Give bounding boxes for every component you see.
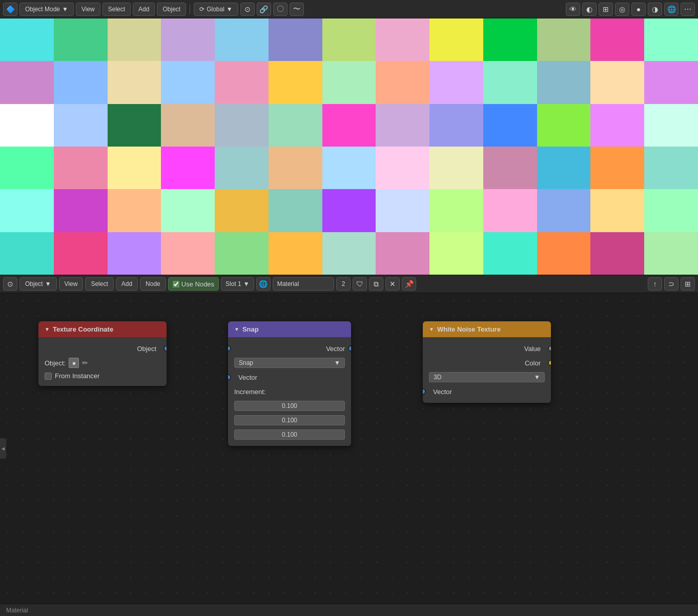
color-cell — [269, 232, 322, 275]
node-header-texture-coord[interactable]: ▼ Texture Coordinate — [38, 321, 167, 337]
sidebar-handle[interactable]: ◀ — [0, 438, 6, 459]
color-cell — [269, 189, 322, 232]
node-title-texture-coord: Texture Coordinate — [53, 325, 113, 333]
node-body-snap: Vector Snap ▼ Vector Increment: — [228, 337, 351, 446]
color-cell — [108, 61, 161, 104]
render-preview-btn[interactable]: 🌐 — [664, 3, 679, 16]
color-cell — [376, 232, 429, 275]
collapse-arrow-snap[interactable]: ▼ — [234, 326, 239, 332]
use-nodes-checkbox[interactable] — [173, 281, 179, 288]
delete-material-btn[interactable]: ✕ — [385, 277, 400, 291]
node-view-menu[interactable]: View — [59, 277, 84, 291]
blender-icon[interactable]: 🔷 — [3, 3, 17, 16]
color-cell — [429, 61, 483, 104]
dimension-dropdown[interactable]: 3D ▼ — [429, 372, 545, 382]
color-cell — [376, 147, 429, 189]
pivot-btn[interactable]: ⊙ — [240, 3, 255, 16]
node-add-menu[interactable]: Add — [116, 277, 138, 291]
value-output-socket[interactable] — [548, 345, 551, 352]
vector-wn-socket[interactable] — [423, 388, 426, 395]
viewport-shading-btn[interactable]: ◐ — [582, 3, 597, 16]
vector-out-label: Vector — [238, 374, 257, 381]
snap-btn[interactable]: 🔗 — [257, 3, 271, 16]
view-menu[interactable]: View — [76, 3, 100, 16]
color-cell — [644, 18, 698, 61]
material-sphere-icon[interactable]: 🌐 — [256, 277, 271, 291]
node-editor-icon[interactable]: ⊙ — [3, 277, 17, 291]
object-icon[interactable]: ■ — [69, 358, 79, 368]
copy-material-btn[interactable]: ⧉ — [369, 277, 383, 291]
shield-icon[interactable]: 🛡 — [353, 277, 367, 291]
color-cell — [429, 232, 483, 275]
eyedropper-icon[interactable]: ✏ — [82, 359, 88, 367]
color-cell — [590, 189, 644, 232]
color-cell — [161, 18, 215, 61]
from-instancer-checkbox[interactable] — [45, 373, 52, 380]
solid-btn[interactable]: ● — [631, 3, 646, 16]
color-cell — [322, 61, 376, 104]
node-select-menu[interactable]: Select — [85, 277, 113, 291]
color-cell — [0, 232, 54, 275]
vector-output-socket[interactable] — [348, 345, 351, 352]
node-menu[interactable]: Node — [140, 277, 166, 291]
grid-btn[interactable]: ⊞ — [681, 277, 695, 291]
color-cell — [483, 189, 537, 232]
pin-btn[interactable]: 📌 — [402, 277, 416, 291]
xray-btn[interactable]: ◎ — [615, 3, 629, 16]
increment-x-field[interactable]: 0.100 — [234, 401, 345, 411]
color-cell — [161, 61, 215, 104]
separator — [190, 4, 190, 14]
prop-edit-btn[interactable]: 〇 — [273, 3, 288, 16]
color-cell — [0, 61, 54, 104]
node-title-snap: Snap — [242, 325, 259, 333]
color-cell — [161, 189, 215, 232]
object-menu[interactable]: Object — [157, 3, 186, 16]
mode-dropdown[interactable]: Object Mode ▼ — [19, 3, 74, 16]
snap-mode-dropdown[interactable]: Snap ▼ — [234, 358, 345, 368]
snap-node: ▼ Snap Vector Snap ▼ Vector — [228, 321, 351, 446]
color-cell — [161, 147, 215, 189]
node-header-white-noise[interactable]: ▼ White Noise Texture — [423, 321, 551, 337]
add-menu[interactable]: Add — [133, 3, 155, 16]
extra-btn[interactable]: ⋯ — [681, 3, 695, 16]
view-up-btn[interactable]: ↑ — [648, 277, 662, 291]
increment-y-field[interactable]: 0.100 — [234, 415, 345, 425]
transform-dropdown[interactable]: ⟳ Global ▼ — [194, 3, 238, 16]
object-output-socket[interactable] — [163, 345, 167, 352]
wave-btn[interactable]: 〜 — [290, 3, 304, 16]
node-object-dropdown[interactable]: Object ▼ — [19, 277, 57, 291]
color-cell — [483, 18, 537, 61]
render-icon-btn[interactable]: 👁 — [566, 3, 580, 16]
node-row-vector-input: Vector — [228, 341, 351, 356]
color-cell — [269, 61, 322, 104]
collapse-arrow-wn[interactable]: ▼ — [429, 326, 434, 332]
color-cell — [108, 18, 161, 61]
increment-z-field[interactable]: 0.100 — [234, 429, 345, 440]
color-cell — [0, 189, 54, 232]
color-cell — [269, 147, 322, 189]
collapse-arrow[interactable]: ▼ — [45, 326, 50, 332]
mode-chevron: ▼ — [62, 6, 68, 13]
node-row-color: Color — [423, 356, 551, 370]
node-body-white-noise: Value Color 3D ▼ Vector — [423, 337, 551, 403]
slot-dropdown[interactable]: Slot 1 ▼ — [221, 277, 254, 291]
color-cell — [644, 232, 698, 275]
color-cell — [590, 61, 644, 104]
node-row-object-output: Object — [38, 341, 167, 356]
color-cell — [537, 104, 591, 147]
color-cell — [54, 232, 108, 275]
use-nodes-toggle[interactable]: Use Nodes — [168, 277, 219, 291]
vector-out-left-socket[interactable] — [228, 374, 231, 380]
material-field[interactable]: Material — [273, 277, 334, 291]
vector-input-socket[interactable] — [228, 345, 231, 352]
color-cell — [215, 232, 269, 275]
select-menu[interactable]: Select — [102, 3, 131, 16]
transform-chevron: ▼ — [227, 6, 233, 13]
object-field-row: Object: ■ ✏ — [38, 356, 167, 370]
node-header-snap[interactable]: ▼ Snap — [228, 321, 351, 337]
material-preview-btn[interactable]: ◑ — [648, 3, 662, 16]
overlay-btn[interactable]: ⊞ — [599, 3, 613, 16]
color-cell — [590, 18, 644, 61]
parent-node-btn[interactable]: ⊃ — [664, 277, 679, 291]
color-output-socket[interactable] — [548, 360, 551, 366]
